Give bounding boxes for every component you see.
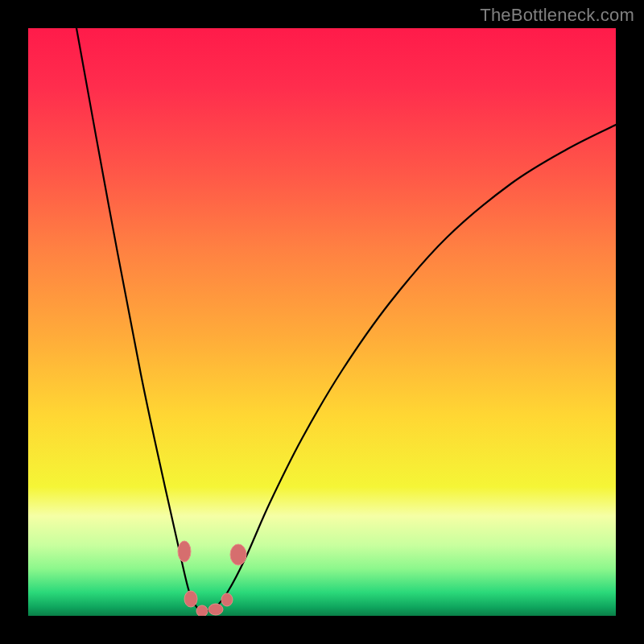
curve-marker-5 — [230, 544, 246, 565]
plot-area — [28, 28, 616, 616]
curve-marker-3 — [208, 604, 223, 615]
curve-marker-4 — [221, 593, 233, 606]
bottleneck-curve — [76, 28, 616, 611]
curve-marker-2 — [196, 605, 208, 616]
chart-frame: TheBottleneck.com — [0, 0, 644, 644]
watermark-text: TheBottleneck.com — [480, 5, 634, 26]
curve-svg — [28, 28, 616, 616]
curve-marker-0 — [178, 541, 191, 562]
curve-marker-1 — [184, 591, 197, 607]
